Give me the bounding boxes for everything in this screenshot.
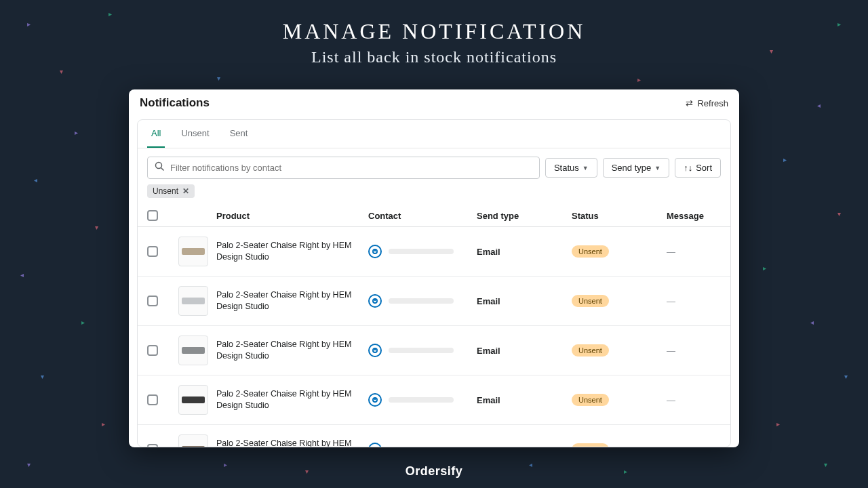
status-badge: Unsent: [572, 394, 609, 406]
row-checkbox[interactable]: [147, 296, 158, 306]
svg-point-0: [156, 163, 162, 169]
refresh-button[interactable]: ⇄ Refresh: [686, 98, 728, 108]
product-thumbnail: [178, 286, 208, 316]
table-row[interactable]: Palo 2-Seater Chaise Right by HEM Design…: [138, 227, 730, 277]
row-checkbox[interactable]: [147, 345, 158, 356]
col-contact: Contact: [368, 211, 477, 221]
tab-unsent[interactable]: Unsent: [177, 120, 213, 148]
table-header: Product Contact Send type Status Message: [138, 205, 730, 227]
message-value: —: [667, 395, 721, 405]
filter-chip-label: Unsent: [153, 186, 178, 196]
col-send-type: Send type: [477, 211, 572, 221]
product-thumbnail: [178, 237, 208, 266]
product-name: Palo 2-Seater Chaise Right by HEM Design…: [216, 240, 352, 263]
message-value: —: [667, 296, 721, 306]
product-name: Palo 2-Seater Chaise Right by HEM Design…: [216, 438, 352, 447]
send-type-value: Email: [477, 346, 572, 356]
product-name: Palo 2-Seater Chaise Right by HEM Design…: [216, 339, 352, 362]
send-type-value: Email: [477, 395, 572, 405]
message-value: —: [667, 445, 721, 447]
tabs: All Unsent Sent: [138, 120, 730, 148]
table-row[interactable]: Palo 2-Seater Chaise Right by HEM Design…: [138, 375, 730, 425]
status-badge: Unsent: [572, 295, 609, 307]
search-icon: [155, 161, 165, 174]
send-type-value: Email: [477, 247, 572, 257]
sort-label: Sort: [696, 163, 712, 173]
panel: All Unsent Sent Status ▼ Send type ▼ ↑↓ …: [137, 119, 731, 447]
table-row[interactable]: Palo 2-Seater Chaise Right by HEM Design…: [138, 277, 730, 326]
contact-icon: [368, 443, 382, 447]
row-checkbox[interactable]: [147, 246, 158, 257]
sort-button[interactable]: ↑↓ Sort: [675, 158, 721, 178]
col-product: Product: [178, 211, 368, 221]
tab-all[interactable]: All: [147, 120, 165, 148]
sort-icon: ↑↓: [684, 163, 692, 173]
refresh-label: Refresh: [697, 98, 728, 108]
message-value: —: [667, 247, 721, 257]
product-thumbnail: [178, 336, 208, 365]
contact-placeholder: [389, 298, 454, 304]
send-type-filter-label: Send type: [612, 163, 652, 173]
row-checkbox[interactable]: [147, 394, 158, 405]
contact-placeholder: [389, 348, 454, 353]
page-title: Notifications: [140, 96, 210, 110]
status-badge: Unsent: [572, 245, 609, 258]
send-type-value: Email: [477, 296, 572, 306]
contact-icon: [368, 294, 382, 308]
chevron-down-icon: ▼: [654, 165, 660, 171]
brand-footer: Ordersify: [0, 464, 868, 479]
contact-placeholder: [389, 397, 454, 403]
status-filter-button[interactable]: Status ▼: [545, 158, 597, 178]
svg-line-1: [161, 168, 164, 171]
contact-icon: [368, 245, 382, 258]
col-message: Message: [667, 211, 721, 221]
search-input[interactable]: [170, 163, 532, 173]
notifications-card: Notifications ⇄ Refresh All Unsent Sent …: [129, 89, 739, 447]
hero: MANAGE NOTIFICATION List all back in sto…: [0, 0, 868, 66]
send-type-filter-button[interactable]: Send type ▼: [603, 158, 669, 178]
tab-sent[interactable]: Sent: [226, 120, 252, 148]
search-input-wrapper[interactable]: [147, 157, 540, 179]
contact-icon: [368, 393, 382, 407]
close-icon[interactable]: ✕: [182, 186, 189, 196]
col-status: Status: [572, 211, 667, 221]
product-thumbnail: [178, 434, 208, 447]
table-row[interactable]: Palo 2-Seater Chaise Right by HEM Design…: [138, 326, 730, 375]
status-badge: Unsent: [572, 443, 609, 447]
filter-chip-unsent[interactable]: Unsent ✕: [147, 184, 195, 198]
table-row[interactable]: Palo 2-Seater Chaise Right by HEM Design…: [138, 425, 730, 447]
status-filter-label: Status: [554, 163, 579, 173]
refresh-icon: ⇄: [686, 98, 693, 108]
contact-placeholder: [389, 249, 454, 254]
send-type-value: Email: [477, 445, 572, 447]
message-value: —: [667, 346, 721, 356]
chevron-down-icon: ▼: [583, 165, 589, 171]
hero-subtitle: List all back in stock notifications: [0, 48, 868, 66]
contact-icon: [368, 344, 382, 357]
product-name: Palo 2-Seater Chaise Right by HEM Design…: [216, 289, 352, 312]
select-all-checkbox[interactable]: [147, 210, 158, 221]
product-thumbnail: [178, 385, 208, 415]
row-checkbox[interactable]: [147, 444, 158, 447]
table-body: Palo 2-Seater Chaise Right by HEM Design…: [138, 227, 730, 447]
hero-title: MANAGE NOTIFICATION: [0, 19, 868, 44]
status-badge: Unsent: [572, 344, 609, 357]
product-name: Palo 2-Seater Chaise Right by HEM Design…: [216, 388, 352, 411]
